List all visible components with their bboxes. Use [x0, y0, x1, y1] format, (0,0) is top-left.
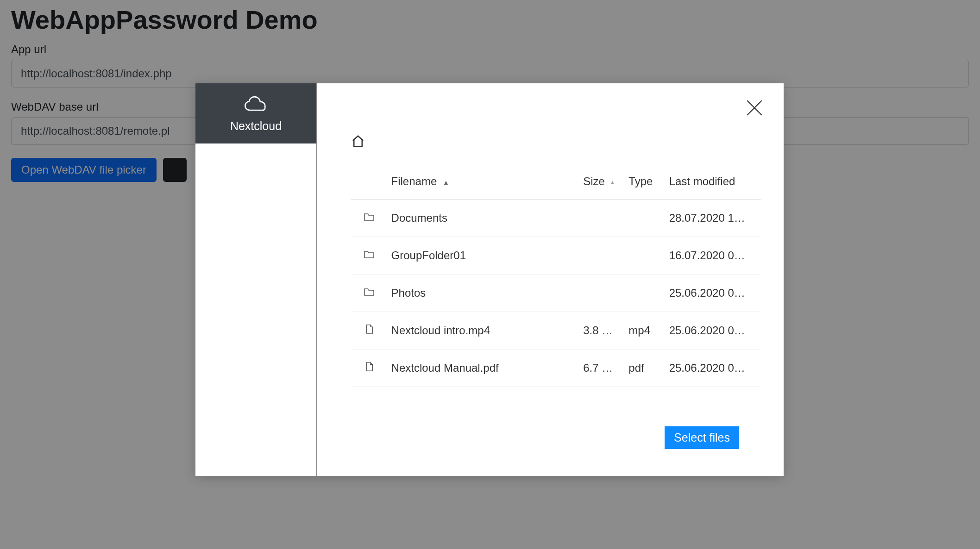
file-picker-modal: Nextcloud [195, 83, 784, 476]
file-type: mp4 [625, 312, 665, 349]
file-size [579, 274, 625, 312]
table-row[interactable]: GroupFolder0116.07.2020 0… [351, 237, 761, 274]
column-modified-header[interactable]: Last modified [666, 167, 761, 200]
file-type [625, 200, 665, 237]
file-name: Nextcloud Manual.pdf [388, 349, 580, 387]
home-icon [351, 142, 365, 150]
sort-asc-icon: ▲ [443, 179, 449, 186]
folder-icon [364, 212, 375, 224]
file-name: GroupFolder01 [388, 237, 580, 274]
sort-indicator-icon: ▲ [610, 179, 616, 186]
column-type-header[interactable]: Type [625, 167, 665, 200]
file-name: Photos [388, 274, 580, 312]
table-row[interactable]: Nextcloud intro.mp43.8 …mp425.06.2020 0… [351, 312, 761, 349]
file-modified: 25.06.2020 0… [666, 274, 761, 312]
file-type [625, 237, 665, 274]
file-table: Filename ▲ Size ▲ Type Last mo [351, 167, 761, 387]
file-size: 3.8 … [579, 312, 625, 349]
folder-icon [364, 249, 375, 262]
table-row[interactable]: Nextcloud Manual.pdf6.7 …pdf25.06.2020 0… [351, 349, 761, 387]
file-name: Nextcloud intro.mp4 [388, 312, 580, 349]
file-size [579, 200, 625, 237]
modal-sidebar: Nextcloud [195, 83, 317, 476]
table-row[interactable]: Photos25.06.2020 0… [351, 274, 761, 312]
table-row[interactable]: Documents28.07.2020 1… [351, 200, 761, 237]
column-filename-label: Filename [391, 175, 437, 187]
file-icon [364, 324, 375, 337]
breadcrumb-home[interactable] [351, 134, 761, 150]
column-type-label: Type [628, 175, 653, 187]
folder-icon [364, 287, 375, 299]
file-name: Documents [388, 200, 580, 237]
file-size [579, 237, 625, 274]
file-type: pdf [625, 349, 665, 387]
close-button[interactable] [745, 98, 764, 119]
cloud-icon [243, 94, 269, 115]
column-size-label: Size [583, 175, 605, 187]
file-type [625, 274, 665, 312]
file-table-scroll[interactable]: Filename ▲ Size ▲ Type Last mo [351, 167, 761, 418]
file-modified: 28.07.2020 1… [666, 200, 761, 237]
column-size-header[interactable]: Size ▲ [579, 167, 625, 200]
file-modified: 25.06.2020 0… [666, 349, 761, 387]
sidebar-item-nextcloud[interactable]: Nextcloud [195, 83, 316, 143]
sidebar-title: Nextcloud [230, 119, 282, 133]
select-files-button[interactable]: Select files [665, 426, 739, 449]
file-modified: 25.06.2020 0… [666, 312, 761, 349]
column-filename-header[interactable]: Filename ▲ [388, 167, 580, 200]
file-icon [364, 362, 375, 374]
column-modified-label: Last modified [669, 175, 735, 187]
file-modified: 16.07.2020 0… [666, 237, 761, 274]
column-icon-header [351, 167, 388, 200]
file-size: 6.7 … [579, 349, 625, 387]
